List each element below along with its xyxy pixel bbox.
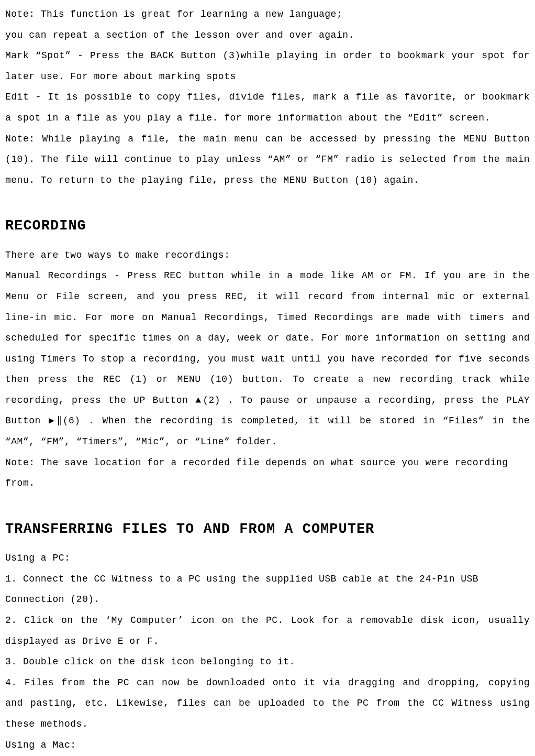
pc-step-1: 1. Connect the CC Witness to a PC using … [5,569,530,610]
pc-step-3: 3. Double click on the disk icon belongi… [5,652,530,673]
mark-spot-paragraph: Mark “Spot” - Press the BACK Button (3)w… [5,46,530,87]
note-menu-paragraph: Note: While playing a file, the main men… [5,129,530,191]
pc-step-2: 2. Click on the ‘My Computer’ icon on th… [5,610,530,652]
using-mac-label: Using a Mac: [5,735,530,756]
note-line-1: Note: This function is great for learnin… [5,4,530,25]
recording-body: Manual Recordings - Press REC button whi… [5,266,530,452]
recording-intro: There are two ways to make recordings: [5,245,530,266]
note-line-2: you can repeat a section of the lesson o… [5,25,530,46]
pc-step-4: 4. Files from the PC can now be download… [5,673,530,735]
recording-heading: RECORDING [5,211,530,242]
transferring-heading: TRANSFERRING FILES TO AND FROM A COMPUTE… [5,514,530,545]
recording-note: Note: The save location for a recorded f… [5,453,530,494]
using-pc-label: Using a PC: [5,548,530,569]
edit-paragraph: Edit - It is possible to copy files, div… [5,87,530,128]
